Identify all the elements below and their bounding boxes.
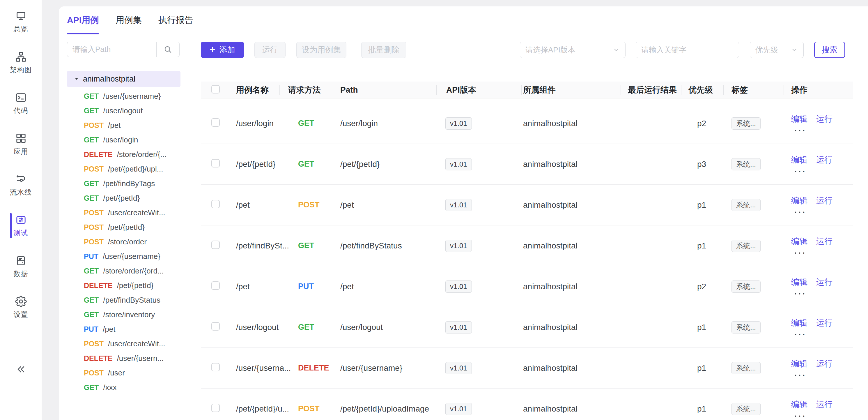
set-as-suite-button[interactable]: 设为用例集	[296, 42, 346, 58]
row-checkbox[interactable]	[211, 363, 220, 371]
more-actions-button[interactable]: •••	[791, 291, 853, 296]
column-header-last: 最后运行结果	[621, 85, 682, 95]
run-link[interactable]: 运行	[816, 195, 833, 206]
sidebar-item-code[interactable]: 代码	[10, 90, 32, 117]
tree-item[interactable]: GET/pet/{petId}	[67, 191, 192, 205]
row-checkbox[interactable]	[211, 322, 220, 331]
row-checkbox[interactable]	[211, 241, 220, 249]
tree-item[interactable]: POST/pet	[67, 118, 192, 132]
tree-item[interactable]: GET/user/login	[67, 132, 192, 147]
api-version-cell: v1.01	[445, 199, 521, 211]
tree-item[interactable]: POST/user/createWit...	[67, 336, 192, 351]
tree-item[interactable]: GET/pet/findByStatus	[67, 293, 192, 307]
tree-item[interactable]: GET/user/logout	[67, 103, 192, 118]
priority-select[interactable]: 优先级	[750, 42, 804, 58]
collapse-sidebar-button[interactable]	[16, 364, 26, 374]
path-search-input[interactable]	[67, 42, 156, 57]
tree-item[interactable]: POST/pet/{petId}/upl...	[67, 162, 192, 176]
tag-cell: 系统...	[725, 240, 783, 252]
more-actions-button[interactable]: •••	[791, 250, 853, 256]
component-cell: animalhostpital	[521, 160, 621, 169]
run-link[interactable]: 运行	[816, 277, 833, 288]
row-checkbox[interactable]	[211, 281, 220, 290]
actions-cell: 编辑运行•••	[783, 154, 853, 174]
tree-root-node[interactable]: animalhostpital	[67, 71, 181, 87]
tree-item[interactable]: GET/store/inventory	[67, 307, 192, 322]
actions-cell: 编辑运行•••	[783, 358, 853, 378]
method-label: DELETE	[84, 150, 113, 159]
tab-run-reports[interactable]: 执行报告	[158, 6, 193, 34]
tree-item[interactable]: GET/pet/findByTags	[67, 176, 192, 191]
sidebar-item-pipeline[interactable]: 流水线	[10, 172, 32, 198]
tag-badge: 系统...	[732, 403, 761, 415]
edit-link[interactable]: 编辑	[791, 399, 807, 410]
method-label: GET	[84, 194, 99, 203]
table-row: /user/logoutGET/user/logoutv1.01animalho…	[201, 307, 853, 348]
tree-item[interactable]: POST/store/order	[67, 235, 192, 249]
sidebar-item-test[interactable]: 测试	[10, 213, 32, 239]
gear-icon	[15, 296, 27, 307]
run-link[interactable]: 运行	[816, 154, 833, 166]
tree-item[interactable]: DELETE/user/{usern...	[67, 351, 192, 365]
api-version-cell: v1.01	[445, 158, 521, 170]
tree-item[interactable]: PUT/user/{username}	[67, 249, 192, 264]
path-search-group	[67, 42, 180, 57]
sidebar-item-overview[interactable]: 总览	[10, 9, 32, 35]
more-actions-button[interactable]: •••	[791, 210, 853, 215]
more-actions-button[interactable]: •••	[791, 169, 853, 174]
add-button[interactable]: + 添加	[201, 42, 244, 58]
path-label: /user/{username}	[103, 252, 160, 261]
search-button[interactable]: 搜索	[814, 42, 845, 58]
run-link[interactable]: 运行	[816, 318, 833, 329]
tree-item[interactable]: GET/user/{username}	[67, 89, 192, 103]
case-name: /pet	[236, 200, 288, 210]
edit-link[interactable]: 编辑	[791, 154, 807, 166]
run-link[interactable]: 运行	[816, 236, 833, 247]
run-link[interactable]: 运行	[816, 399, 833, 410]
more-actions-button[interactable]: •••	[791, 332, 853, 337]
column-header-comp: 所属组件	[521, 85, 621, 95]
tree-item[interactable]: GET/xxx	[67, 380, 192, 395]
tree-item[interactable]: DELETE/pet/{petId}	[67, 278, 192, 293]
tab-api-cases[interactable]: API用例	[67, 6, 99, 34]
row-checkbox[interactable]	[211, 404, 220, 412]
method-label: PUT	[84, 252, 98, 261]
tree-item[interactable]: POST/user/createWit...	[67, 205, 192, 220]
tab-case-sets[interactable]: 用例集	[116, 6, 142, 34]
sidebar-item-settings[interactable]: 设置	[10, 294, 32, 320]
run-button[interactable]: 运行	[254, 42, 285, 58]
tree-item[interactable]: PUT/pet	[67, 322, 192, 336]
batch-delete-button[interactable]: 批量删除	[361, 42, 406, 58]
api-version-select[interactable]: 请选择API版本	[520, 42, 625, 58]
more-actions-button[interactable]: •••	[791, 414, 853, 419]
row-checkbox[interactable]	[211, 118, 220, 127]
sidebar-item-data[interactable]: 数据	[10, 253, 32, 280]
edit-link[interactable]: 编辑	[791, 277, 807, 288]
more-actions-button[interactable]: •••	[791, 373, 853, 378]
edit-link[interactable]: 编辑	[791, 114, 807, 125]
edit-link[interactable]: 编辑	[791, 195, 807, 206]
select-all-checkbox[interactable]	[211, 85, 220, 93]
edit-link[interactable]: 编辑	[791, 318, 807, 329]
method-label: GET	[84, 296, 99, 304]
run-link[interactable]: 运行	[816, 114, 833, 125]
sidebar-item-architecture[interactable]: 架构图	[10, 50, 32, 76]
tree-item[interactable]: POST/pet/{petId}	[67, 220, 192, 235]
tree-item[interactable]: GET/store/order/{ord...	[67, 264, 192, 278]
sidebar-item-apps[interactable]: 应用	[10, 131, 32, 157]
tree-item[interactable]: POST/user	[67, 365, 192, 380]
path-label: /pet/findByTags	[103, 179, 155, 188]
path-search-button[interactable]	[156, 42, 180, 57]
edit-link[interactable]: 编辑	[791, 236, 807, 247]
search-icon	[163, 45, 172, 54]
tree-item[interactable]: DELETE/store/order/{...	[67, 147, 192, 162]
tag-badge: 系统...	[732, 321, 761, 333]
more-actions-button[interactable]: •••	[791, 128, 853, 133]
row-checkbox[interactable]	[211, 200, 220, 208]
run-link[interactable]: 运行	[816, 358, 833, 369]
keyword-input[interactable]	[636, 42, 739, 58]
row-checkbox[interactable]	[211, 159, 220, 168]
path-label: /store/order	[108, 237, 147, 246]
path-label: /pet/findByStatus	[103, 296, 160, 305]
edit-link[interactable]: 编辑	[791, 358, 807, 369]
